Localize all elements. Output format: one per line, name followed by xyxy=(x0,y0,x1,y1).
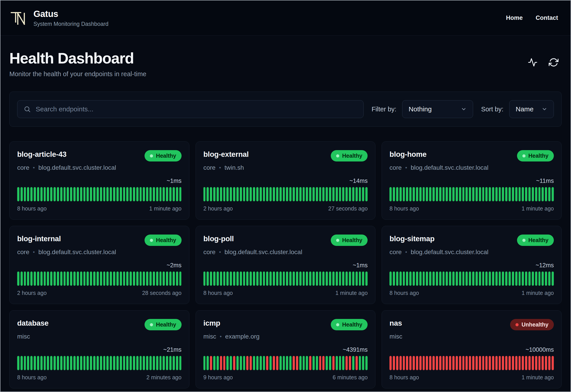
status-bar[interactable] xyxy=(260,356,262,370)
status-bar[interactable] xyxy=(433,187,435,201)
status-bar[interactable] xyxy=(166,356,168,370)
status-bar[interactable] xyxy=(230,187,232,201)
status-bar[interactable] xyxy=(270,187,272,201)
endpoint-card[interactable]: nas Unhealthy misc ~10000ms 8 hours ago … xyxy=(382,310,562,388)
status-bar[interactable] xyxy=(439,187,441,201)
status-bar[interactable] xyxy=(54,271,56,286)
status-bar[interactable] xyxy=(156,187,158,201)
status-bar[interactable] xyxy=(64,271,66,286)
status-bar[interactable] xyxy=(123,271,125,286)
status-bar[interactable] xyxy=(399,356,402,370)
status-bar[interactable] xyxy=(396,356,398,370)
status-bar[interactable] xyxy=(528,356,531,370)
status-bar[interactable] xyxy=(433,356,435,370)
status-bar[interactable] xyxy=(27,356,29,370)
status-bar[interactable] xyxy=(113,271,115,286)
status-bar[interactable] xyxy=(306,271,308,286)
status-bar[interactable] xyxy=(459,271,461,286)
status-bar[interactable] xyxy=(40,356,43,370)
status-bar[interactable] xyxy=(44,271,46,286)
status-bar[interactable] xyxy=(499,187,501,201)
status-bar[interactable] xyxy=(313,271,315,286)
status-bar[interactable] xyxy=(283,271,285,286)
status-bar[interactable] xyxy=(136,271,138,286)
endpoint-card[interactable]: blog-home Healthy core • blog.default.sv… xyxy=(382,141,562,220)
status-bar[interactable] xyxy=(429,187,431,201)
status-bar[interactable] xyxy=(260,187,262,201)
status-bar[interactable] xyxy=(179,271,181,286)
status-bar[interactable] xyxy=(233,356,235,370)
status-bar[interactable] xyxy=(436,187,438,201)
status-bar[interactable] xyxy=(499,271,501,286)
status-bar[interactable] xyxy=(34,356,36,370)
status-bar[interactable] xyxy=(250,187,252,201)
status-bar[interactable] xyxy=(313,356,315,370)
status-bar[interactable] xyxy=(362,271,364,286)
status-bar[interactable] xyxy=(156,271,158,286)
status-bar[interactable] xyxy=(37,187,39,201)
status-bar[interactable] xyxy=(439,271,441,286)
status-bar[interactable] xyxy=(17,356,19,370)
status-bar[interactable] xyxy=(77,187,79,201)
status-bar[interactable] xyxy=(452,187,455,201)
status-bar[interactable] xyxy=(362,187,364,201)
status-bar[interactable] xyxy=(50,356,52,370)
status-bar[interactable] xyxy=(349,271,351,286)
status-bar[interactable] xyxy=(34,271,36,286)
status-bar[interactable] xyxy=(34,187,36,201)
status-bar[interactable] xyxy=(476,356,478,370)
status-bar[interactable] xyxy=(24,271,26,286)
status-bar[interactable] xyxy=(283,356,285,370)
status-bar[interactable] xyxy=(319,187,321,201)
status-bar[interactable] xyxy=(47,356,49,370)
status-bar[interactable] xyxy=(73,187,75,201)
status-bar[interactable] xyxy=(509,271,511,286)
status-bar[interactable] xyxy=(236,271,239,286)
status-bar[interactable] xyxy=(210,356,212,370)
status-bar[interactable] xyxy=(140,356,142,370)
status-bar[interactable] xyxy=(83,356,86,370)
status-bar[interactable] xyxy=(173,271,175,286)
status-bar[interactable] xyxy=(472,187,474,201)
status-bar[interactable] xyxy=(173,356,175,370)
status-bar[interactable] xyxy=(113,356,115,370)
status-bar[interactable] xyxy=(207,271,209,286)
status-bar[interactable] xyxy=(528,187,531,201)
status-bar[interactable] xyxy=(286,356,288,370)
status-bar[interactable] xyxy=(409,271,411,286)
status-bar[interactable] xyxy=(423,356,425,370)
status-bar[interactable] xyxy=(423,187,425,201)
status-bar[interactable] xyxy=(541,187,544,201)
status-bar[interactable] xyxy=(203,271,206,286)
status-bar[interactable] xyxy=(146,356,148,370)
status-bar[interactable] xyxy=(403,356,405,370)
status-bar[interactable] xyxy=(525,356,527,370)
status-bar[interactable] xyxy=(90,356,92,370)
status-bar[interactable] xyxy=(243,356,245,370)
status-bar[interactable] xyxy=(140,187,142,201)
status-bar[interactable] xyxy=(116,356,119,370)
status-bar[interactable] xyxy=(466,356,468,370)
status-bar[interactable] xyxy=(256,356,258,370)
status-bar[interactable] xyxy=(30,356,32,370)
status-bar[interactable] xyxy=(77,356,79,370)
status-bar[interactable] xyxy=(535,271,537,286)
status-bar[interactable] xyxy=(210,187,212,201)
status-bar[interactable] xyxy=(67,187,69,201)
status-bar[interactable] xyxy=(426,271,428,286)
status-bar[interactable] xyxy=(54,356,56,370)
status-bar[interactable] xyxy=(246,356,248,370)
status-bar[interactable] xyxy=(273,187,275,201)
status-bar[interactable] xyxy=(120,356,122,370)
status-bar[interactable] xyxy=(539,356,541,370)
status-bar[interactable] xyxy=(352,271,354,286)
status-bar[interactable] xyxy=(116,187,119,201)
status-bar[interactable] xyxy=(110,187,112,201)
status-bar[interactable] xyxy=(299,187,301,201)
status-bar[interactable] xyxy=(489,187,491,201)
status-bar[interactable] xyxy=(413,187,415,201)
status-bar[interactable] xyxy=(322,187,325,201)
status-bar[interactable] xyxy=(459,356,461,370)
status-bar[interactable] xyxy=(306,356,308,370)
status-bar[interactable] xyxy=(496,356,498,370)
